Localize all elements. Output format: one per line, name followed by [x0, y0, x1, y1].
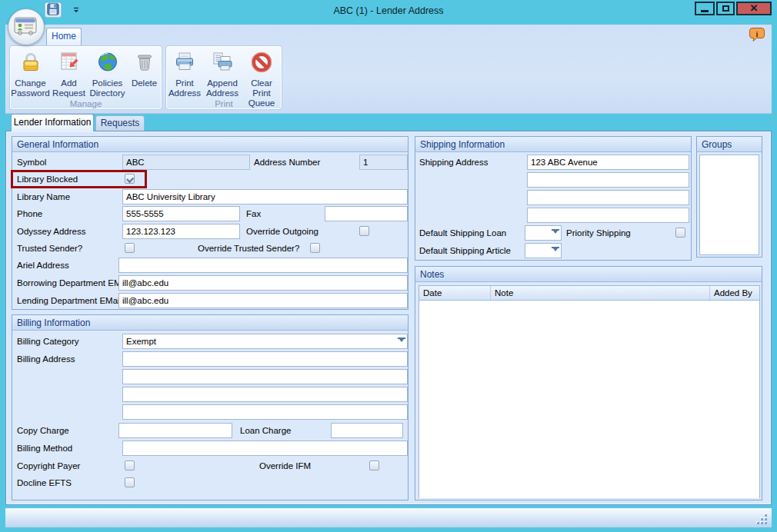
shipping-information-panel: Shipping Information Shipping Address De… — [415, 136, 692, 261]
minimize-icon — [701, 10, 709, 12]
override-trusted-sender-checkbox[interactable] — [310, 243, 320, 253]
notes-panel: Notes Date Note Added By — [415, 266, 762, 500]
copyright-payer-checkbox[interactable] — [125, 461, 135, 470]
lender-information-page: General Information Symbol Address Numbe… — [5, 131, 772, 505]
default-shipping-loan-label: Default Shipping Loan — [419, 225, 506, 241]
shipping-information-header: Shipping Information — [415, 137, 691, 152]
billing-method-field[interactable] — [122, 441, 408, 456]
app-window: { "window": { "title": "ABC (1) - Lender… — [0, 0, 777, 532]
loan-charge-label: Loan Charge — [240, 423, 292, 438]
groups-panel: Groups — [696, 136, 762, 258]
general-information-panel: General Information Symbol Address Numbe… — [12, 136, 409, 310]
tab-requests[interactable]: Requests — [95, 115, 145, 131]
general-information-header: General Information — [12, 137, 408, 152]
phone-field[interactable] — [122, 206, 240, 221]
docline-efts-label: Docline EFTS — [17, 475, 72, 490]
billing-category-label: Billing Category — [17, 334, 79, 349]
shipping-address-label: Shipping Address — [419, 155, 489, 170]
billing-address-line-3[interactable] — [122, 387, 408, 402]
ribbon-group-label-manage: Manage — [10, 99, 162, 108]
library-blocked-annotation-box — [11, 170, 147, 188]
copy-charge-field[interactable] — [118, 423, 232, 438]
tab-lender-information[interactable]: Lender Information — [11, 114, 94, 131]
help-icon: i — [749, 34, 765, 45]
borrowing-email-field[interactable] — [118, 275, 408, 291]
add-request-icon — [57, 50, 82, 77]
ribbon-group-label-print: Print — [166, 99, 282, 108]
groups-list[interactable] — [699, 155, 759, 255]
title-bar: ABC (1) - Lender Address ✕ — [0, 0, 777, 25]
odyssey-address-field[interactable] — [122, 224, 240, 239]
ribbon-group-manage: Change Password Add Request Policies Dir… — [9, 45, 162, 110]
notes-header: Notes — [415, 267, 762, 282]
printer-append-icon — [210, 50, 235, 77]
billing-address-line-2[interactable] — [122, 369, 408, 384]
symbol-field[interactable] — [122, 155, 250, 170]
shipping-address-line-2[interactable] — [527, 172, 689, 188]
shipping-address-line-3[interactable] — [527, 190, 689, 205]
trash-icon — [132, 50, 157, 77]
billing-category-combo[interactable] — [122, 334, 408, 349]
minimize-button[interactable] — [695, 2, 715, 15]
maximize-icon — [722, 5, 729, 12]
notes-column-added-by[interactable]: Added By — [710, 286, 759, 300]
notes-column-note[interactable]: Note — [491, 286, 710, 300]
fax-label: Fax — [246, 206, 261, 221]
default-shipping-article-combo[interactable] — [525, 243, 562, 258]
override-outgoing-checkbox[interactable] — [359, 226, 369, 236]
address-number-label: Address Number — [254, 155, 320, 170]
notes-column-date[interactable]: Date — [419, 286, 491, 300]
priority-shipping-checkbox[interactable] — [675, 228, 685, 238]
close-button[interactable]: ✕ — [736, 2, 772, 15]
billing-information-panel: Billing Information Billing Category Bil… — [12, 314, 409, 500]
odyssey-address-label: Odyssey Address — [17, 224, 85, 239]
billing-address-line-1[interactable] — [122, 351, 408, 367]
help-button[interactable]: i — [749, 27, 765, 42]
billing-address-line-4[interactable] — [122, 404, 408, 420]
ariel-address-label: Ariel Address — [17, 258, 69, 273]
borrowing-email-label: Borrowing Department EMail — [17, 275, 130, 291]
notes-table-body[interactable] — [419, 301, 759, 498]
ribbon: Home Change Password Add Request Policie… — [5, 25, 772, 114]
override-ifm-checkbox[interactable] — [369, 461, 379, 470]
billing-method-label: Billing Method — [17, 441, 72, 456]
trusted-sender-label: Trusted Sender? — [17, 241, 82, 256]
ariel-address-field[interactable] — [118, 258, 408, 273]
window-title: ABC (1) - Lender Address — [0, 5, 777, 16]
fax-field[interactable] — [325, 206, 408, 221]
ribbon-group-print: Print Address Append Address Clear Print… — [165, 45, 282, 110]
lending-email-field[interactable] — [118, 293, 408, 308]
shipping-address-line-4[interactable] — [527, 208, 689, 223]
save-button[interactable] — [45, 2, 62, 18]
default-shipping-loan-combo[interactable] — [525, 225, 562, 241]
shipping-address-line-1[interactable] — [527, 155, 689, 170]
policies-directory-button[interactable]: Policies Directory — [88, 48, 128, 98]
lock-icon — [18, 50, 43, 77]
close-icon: ✕ — [750, 3, 759, 14]
notes-table-header: Date Note Added By — [419, 286, 759, 301]
document-tab-strip: Lender Information Requests — [5, 114, 772, 131]
maximize-button[interactable] — [716, 2, 735, 15]
customize-quick-access-icon[interactable] — [68, 2, 85, 18]
billing-address-label: Billing Address — [17, 351, 75, 367]
symbol-label: Symbol — [17, 155, 46, 170]
notes-table: Date Note Added By — [419, 285, 760, 498]
save-icon — [46, 2, 60, 18]
docline-efts-checkbox[interactable] — [125, 477, 135, 487]
delete-button[interactable]: Delete — [128, 48, 162, 98]
change-password-button[interactable]: Change Password — [11, 48, 51, 98]
block-icon — [249, 50, 274, 77]
contact-card-icon — [13, 15, 39, 39]
resize-grip-icon[interactable] — [756, 514, 767, 524]
library-name-field[interactable] — [122, 189, 408, 204]
ribbon-tab-home[interactable]: Home — [46, 28, 82, 45]
application-menu-button[interactable] — [8, 8, 45, 45]
globe-icon — [95, 50, 120, 77]
printer-icon — [172, 50, 197, 77]
loan-charge-field[interactable] — [331, 423, 403, 438]
library-name-label: Library Name — [17, 189, 70, 204]
address-number-field[interactable] — [359, 155, 408, 170]
trusted-sender-checkbox[interactable] — [125, 243, 135, 253]
override-outgoing-label: Override Outgoing — [246, 224, 318, 239]
add-request-button[interactable]: Add Request — [51, 48, 88, 98]
